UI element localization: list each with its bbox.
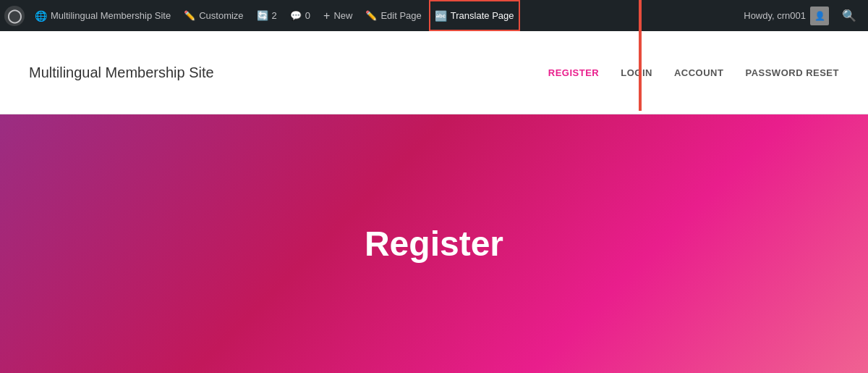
edit-page-button[interactable]: ✏️ Edit Page <box>359 0 427 31</box>
nav-login[interactable]: LOGIN <box>621 67 652 78</box>
user-greeting: Howdy, crn001 <box>744 10 806 21</box>
globe-icon: 🌐 <box>35 10 47 22</box>
site-title-label: Multilingual Membership Site <box>51 10 171 21</box>
hero-section: Register <box>0 114 868 373</box>
translate-page-label: Translate Page <box>451 10 514 21</box>
updates-icon: 🔄 <box>257 10 268 21</box>
edit-page-label: Edit Page <box>380 10 421 21</box>
comments-count: 0 <box>305 10 310 21</box>
updates-count: 2 <box>272 10 277 21</box>
search-icon: 🔍 <box>842 9 856 22</box>
site-nav: REGISTER LOGIN ACCOUNT PASSWORD RESET <box>548 67 839 78</box>
customize-label: Customize <box>199 10 243 21</box>
new-icon: + <box>323 9 330 22</box>
updates-button[interactable]: 🔄 2 <box>251 0 283 31</box>
user-menu-button[interactable]: Howdy, crn001 👤 <box>738 0 835 31</box>
nav-password-reset[interactable]: PASSWORD RESET <box>745 67 839 78</box>
comments-icon: 💬 <box>290 10 302 21</box>
edit-icon: ✏️ <box>365 10 377 21</box>
new-label: New <box>333 10 352 21</box>
search-button[interactable]: 🔍 <box>835 0 864 31</box>
admin-bar: ◯ 🌐 Multilingual Membership Site ✏️ Cust… <box>0 0 868 31</box>
wp-logo-button[interactable]: ◯ <box>4 6 25 26</box>
comments-button[interactable]: 💬 0 <box>284 0 316 31</box>
hero-title: Register <box>365 224 503 264</box>
nav-account[interactable]: ACCOUNT <box>674 67 724 78</box>
nav-register[interactable]: REGISTER <box>548 67 599 78</box>
wp-logo-icon: ◯ <box>7 8 22 24</box>
site-name-button[interactable]: 🌐 Multilingual Membership Site <box>29 0 176 31</box>
customize-button[interactable]: ✏️ Customize <box>178 0 249 31</box>
admin-bar-right: Howdy, crn001 👤 🔍 <box>738 0 864 31</box>
new-button[interactable]: + New <box>318 0 358 31</box>
customize-icon: ✏️ <box>184 10 195 21</box>
user-avatar: 👤 <box>810 7 829 25</box>
translate-page-button[interactable]: 🔤 Translate Page <box>429 0 520 31</box>
translate-icon: 🔤 <box>435 10 447 22</box>
site-title: Multilingual Membership Site <box>29 64 214 81</box>
site-header: Multilingual Membership Site REGISTER LO… <box>0 31 868 114</box>
